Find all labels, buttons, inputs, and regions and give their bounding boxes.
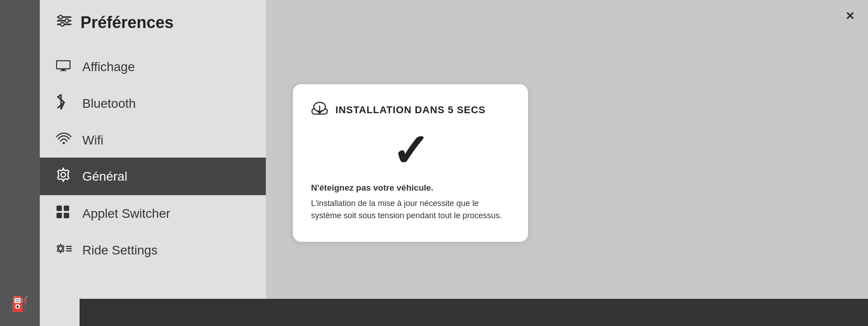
svg-point-10 [61, 173, 66, 177]
gear-icon [56, 168, 72, 185]
bluetooth-icon [56, 94, 72, 113]
sidebar-item-bluetooth-label: Bluetooth [82, 96, 136, 111]
close-button-top[interactable]: × [846, 8, 854, 23]
sidebar-item-affichage-label: Affichage [82, 60, 135, 74]
svg-rect-8 [60, 71, 67, 72]
sidebar-item-affichage[interactable]: Affichage [40, 50, 266, 84]
sidebar-item-bluetooth[interactable]: Bluetooth [40, 84, 266, 123]
content-area: Préférences Affichage [40, 0, 868, 326]
svg-rect-14 [64, 213, 69, 218]
notification-checkmark: ✓ [311, 128, 510, 173]
svg-rect-17 [66, 248, 72, 249]
sidebar-item-general-label: Général [82, 169, 127, 184]
display-icon [56, 60, 72, 74]
svg-point-5 [61, 23, 64, 26]
notification-body-text: L'installation de la mise à jour nécessi… [311, 199, 502, 220]
main-panel: × Préférences [40, 0, 868, 326]
fuel-icon: ⛽ [11, 295, 29, 312]
preferences-icon [56, 13, 72, 33]
svg-rect-13 [57, 213, 62, 218]
sidebar-item-applet-switcher[interactable]: Applet Switcher [40, 195, 266, 232]
svg-rect-12 [64, 206, 69, 211]
sidebar-item-wifi-label: Wifi [82, 133, 104, 148]
svg-point-4 [65, 19, 69, 23]
notification-title: INSTALLATION DANS 5 SECS [335, 104, 486, 116]
sidebar-item-ride-settings[interactable]: Ride Settings [40, 232, 266, 268]
sidebar-item-applet-switcher-label: Applet Switcher [82, 206, 170, 221]
svg-rect-16 [66, 246, 72, 247]
notification-card: INSTALLATION DANS 5 SECS ✓ N'éteignez pa… [293, 84, 528, 242]
gear-dots-icon [56, 242, 72, 259]
svg-point-15 [59, 247, 63, 251]
svg-rect-11 [57, 206, 62, 211]
sidebar-nav: Affichage Bluetooth [40, 50, 266, 268]
svg-rect-18 [66, 250, 72, 252]
sidebar-item-general[interactable]: Général [40, 158, 266, 195]
sidebar-item-ride-settings-label: Ride Settings [82, 243, 158, 258]
svg-point-3 [59, 15, 62, 19]
bottom-bar: × [80, 299, 868, 326]
left-strip: ⛽ [0, 0, 40, 326]
svg-rect-6 [57, 61, 70, 69]
sidebar: Préférences Affichage [40, 0, 266, 326]
notification-body: N'éteignez pas votre véhicule. L'install… [311, 182, 510, 222]
right-area: INSTALLATION DANS 5 SECS ✓ N'éteignez pa… [266, 0, 868, 326]
grid-icon [56, 205, 72, 222]
cloud-download-icon [311, 101, 328, 119]
wifi-icon [56, 133, 72, 148]
notification-card-header: INSTALLATION DANS 5 SECS [311, 101, 486, 119]
svg-point-9 [63, 142, 65, 144]
sidebar-title: Préférences [80, 13, 174, 32]
sidebar-item-wifi[interactable]: Wifi [40, 123, 266, 158]
sidebar-header: Préférences [40, 0, 266, 45]
notification-body-bold: N'éteignez pas votre véhicule. [311, 182, 510, 195]
